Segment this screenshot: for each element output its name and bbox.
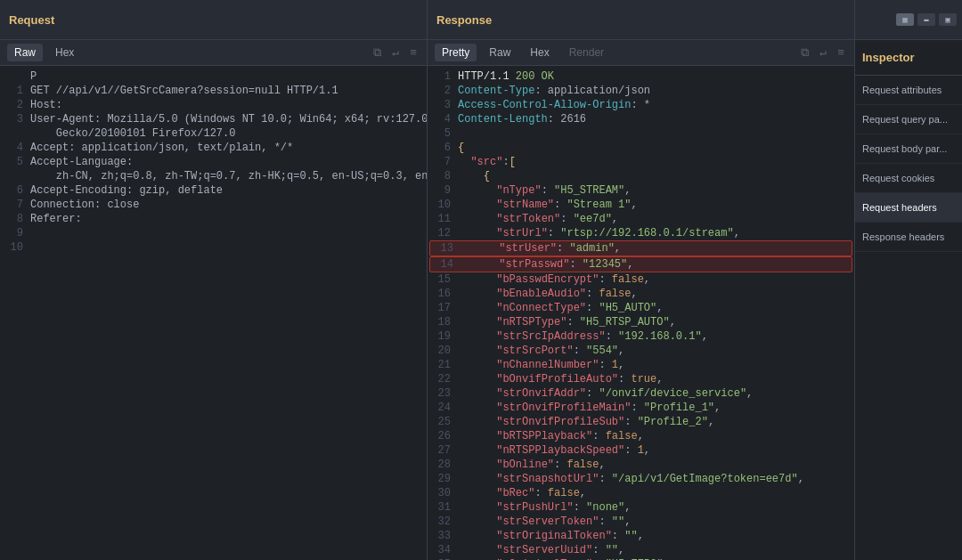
layout-btn-1[interactable]: ▦: [896, 13, 914, 26]
response-line: 32 "strServerToken": "",: [428, 515, 854, 529]
response-title: Response: [436, 13, 492, 27]
wrap-icon-request[interactable]: ↵: [389, 44, 402, 61]
response-line: 6{: [428, 141, 854, 155]
response-header: Response: [428, 0, 854, 40]
response-line: 24 "strOnvifProfileMain": "Profile_1",: [428, 401, 854, 415]
response-line: 19 "strSrcIpAddress": "192.168.0.1",: [428, 329, 854, 344]
inspector-panel: ▦ ▬ ▣ Inspector Request attributesReques…: [855, 0, 962, 560]
response-line: 29 "strSnapshotUrl": "/api/v1/GetImage?t…: [428, 472, 854, 486]
tab-pretty[interactable]: Pretty: [435, 44, 477, 61]
response-line: 30 "bRec": false,: [428, 486, 854, 500]
response-line: 14 "strPasswd": "12345",: [429, 256, 852, 272]
inspector-item-1[interactable]: Request query pa...: [855, 105, 962, 134]
response-line: 27 "nRTSPPlaybackSpeed": 1,: [428, 443, 854, 458]
request-line: 2Host:: [0, 98, 427, 112]
response-line: 20 "strSrcPort": "554",: [428, 344, 854, 358]
response-line: 10 "strName": "Stream 1",: [428, 198, 854, 212]
inspector-items-list: Request attributesRequest query pa...Req…: [855, 76, 962, 252]
layout-btn-2[interactable]: ▬: [917, 13, 935, 26]
request-line: P: [0, 69, 427, 84]
response-line: 31 "strPushUrl": "none",: [428, 500, 854, 515]
inspector-item-3[interactable]: Request cookies: [855, 164, 962, 193]
request-content: P1GET //api/v1//GetSrcCamera?session=nul…: [0, 66, 427, 560]
request-title: Request: [9, 13, 54, 27]
inspector-title: Inspector: [855, 40, 962, 76]
request-header: Request: [0, 0, 427, 40]
request-line: 1GET //api/v1//GetSrcCamera?session=null…: [0, 84, 427, 98]
response-line: 4Content-Length: 2616: [428, 112, 854, 126]
response-content: 1HTTP/1.1 200 OK2Content-Type: applicati…: [428, 66, 854, 560]
request-line: 6Accept-Encoding: gzip, deflate: [0, 183, 427, 198]
tab-hex-response[interactable]: Hex: [523, 44, 556, 61]
response-line: 11 "strToken": "ee7d",: [428, 212, 854, 226]
response-line: 16 "bEnableAudio": false,: [428, 287, 854, 301]
copy-icon-response[interactable]: ⧉: [798, 45, 811, 61]
response-line: 34 "strServerUuid": "",: [428, 543, 854, 557]
request-line: 5Accept-Language:: [0, 155, 427, 169]
tab-hex-request[interactable]: Hex: [48, 44, 81, 61]
response-line: 18 "nRTSPType": "H5_RTSP_AUTO",: [428, 315, 854, 329]
tab-raw-request[interactable]: Raw: [7, 44, 43, 61]
response-line: 17 "nConnectType": "H5_AUTO",: [428, 301, 854, 315]
response-line: 15 "bPasswdEncrypt": false,: [428, 272, 854, 287]
response-line: 25 "strOnvifProfileSub": "Profile_2",: [428, 415, 854, 429]
request-line: 8Referer:: [0, 212, 427, 226]
menu-icon-request[interactable]: ≡: [407, 45, 420, 61]
response-line: 12 "strUrl": "rtsp://192.168.0.1/stream"…: [428, 226, 854, 240]
response-line: 5: [428, 126, 854, 141]
response-line: 28 "bOnline": false,: [428, 458, 854, 472]
wrap-icon-response[interactable]: ↵: [817, 44, 829, 61]
response-line: 13 "strUser": "admin",: [429, 240, 852, 256]
layout-btn-3[interactable]: ▣: [939, 13, 957, 26]
request-tab-actions: ⧉ ↵ ≡: [371, 44, 420, 61]
request-line: 7Connection: close: [0, 198, 427, 212]
response-line: 3Access-Control-Allow-Origin: *: [428, 98, 854, 112]
request-tabs-row: Raw Hex ⧉ ↵ ≡: [0, 40, 427, 66]
response-tabs-row: Pretty Raw Hex Render ⧉ ↵ ≡: [428, 40, 854, 66]
response-line: 26 "bRTSPPlayback": false,: [428, 429, 854, 443]
menu-icon-response[interactable]: ≡: [835, 45, 847, 61]
request-line: 9: [0, 226, 427, 240]
response-line: 8 {: [428, 169, 854, 183]
response-line: 7 "src":[: [428, 155, 854, 169]
request-panel: Request Raw Hex ⧉ ↵ ≡ P1GET //api/v1//Ge…: [0, 0, 428, 560]
response-line: 33 "strOriginalToken": "",: [428, 529, 854, 543]
tab-raw-response[interactable]: Raw: [482, 44, 518, 61]
request-line: 4Accept: application/json, text/plain, *…: [0, 141, 427, 155]
response-line: 9 "nType": "H5_STREAM",: [428, 183, 854, 198]
inspector-top-bar: ▦ ▬ ▣: [855, 0, 962, 40]
request-line: 3User-Agent: Mozilla/5.0 (Windows NT 10.…: [0, 112, 427, 126]
response-panel: Response Pretty Raw Hex Render ⧉ ↵ ≡ 1HT…: [428, 0, 855, 560]
response-line: 21 "nChannelNumber": 1,: [428, 358, 854, 372]
response-line: 2Content-Type: application/json: [428, 84, 854, 98]
response-line: 23 "strOnvifAddr": "/onvif/device_servic…: [428, 386, 854, 401]
request-line: Gecko/20100101 Firefox/127.0: [0, 126, 427, 141]
tab-render[interactable]: Render: [562, 44, 611, 61]
request-line: zh-CN, zh;q=0.8, zh-TW;q=0.7, zh-HK;q=0.…: [0, 169, 427, 183]
request-line: 10: [0, 240, 427, 255]
response-tab-actions: ⧉ ↵ ≡: [798, 44, 847, 61]
response-line: 1HTTP/1.1 200 OK: [428, 69, 854, 84]
inspector-item-0[interactable]: Request attributes: [855, 76, 962, 105]
copy-icon-request[interactable]: ⧉: [371, 45, 384, 61]
inspector-item-2[interactable]: Request body par...: [855, 134, 962, 164]
response-line: 22 "bOnvifProfileAuto": true,: [428, 372, 854, 386]
inspector-item-4[interactable]: Request headers: [855, 193, 962, 223]
inspector-item-5[interactable]: Response headers: [855, 223, 962, 252]
